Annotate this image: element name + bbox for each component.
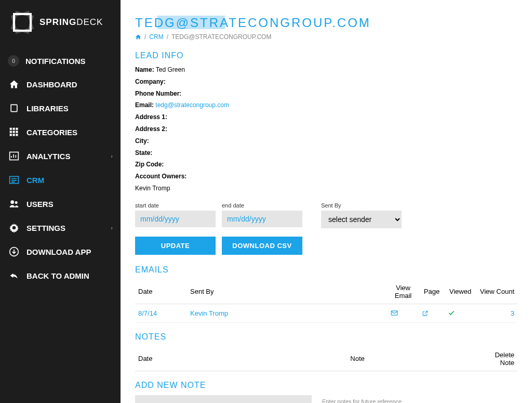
book-icon	[8, 102, 20, 114]
svg-rect-5	[16, 131, 18, 133]
nav-notifications[interactable]: 0 NOTIFICATIONS	[0, 49, 121, 72]
users-icon	[8, 198, 20, 210]
page-title: TEDG@STRATECONGROUP.COM	[135, 16, 517, 30]
nav-analytics[interactable]: ANALYTICS ›	[0, 144, 121, 168]
col-note-date: Date	[135, 347, 229, 371]
label-addr1: Address 1:	[135, 113, 167, 121]
col-page: Page	[419, 280, 445, 304]
label-addr2: Address 2:	[135, 125, 167, 133]
label-zip: Zip Code:	[135, 161, 164, 168]
external-link-icon[interactable]	[422, 310, 442, 317]
logo-icon	[8, 8, 36, 36]
col-viewemail: View Email	[388, 280, 419, 304]
note-textarea[interactable]	[135, 395, 312, 403]
lead-info: Name: Ted Green Company: Phone Number: E…	[135, 66, 517, 193]
note-hint: Enter notes for future reference.	[322, 395, 403, 403]
label-company: Company:	[135, 78, 166, 85]
nav-categories[interactable]: CATEGORIES	[0, 120, 121, 144]
nav-label: SETTINGS	[26, 224, 111, 232]
svg-point-11	[10, 200, 14, 204]
nav-label: DASHBOARD	[26, 80, 113, 89]
viewcount-link[interactable]: 3	[511, 309, 514, 317]
value-owner: Kevin Tromp	[135, 185, 170, 192]
nav-label: NOTIFICATIONS	[25, 57, 113, 66]
brand-name: SPRINGDECK	[39, 17, 103, 28]
nav-label: ANALYTICS	[26, 152, 111, 161]
brand-logo[interactable]: SPRINGDECK	[0, 8, 121, 49]
label-email: Email:	[135, 101, 154, 109]
nav-settings[interactable]: SETTINGS ›	[0, 216, 121, 240]
start-date-input[interactable]	[135, 211, 216, 227]
gear-icon	[8, 222, 20, 234]
start-date-label: start date	[135, 202, 216, 209]
breadcrumb-crm[interactable]: CRM	[149, 33, 163, 41]
email-sender-link[interactable]: Kevin Tromp	[190, 309, 228, 317]
label-city: City:	[135, 137, 149, 145]
addnote-title: ADD NEW NOTE	[135, 381, 517, 390]
nav-label: CATEGORIES	[26, 128, 113, 137]
label-state: State:	[135, 149, 152, 157]
nav-label: CRM	[26, 176, 113, 185]
nav-back-admin[interactable]: BACK TO ADMIN	[0, 264, 121, 288]
check-icon	[448, 309, 473, 317]
breadcrumb-sep: /	[144, 33, 146, 41]
breadcrumb-current: TEDG@STRATECONGROUP.COM	[171, 33, 271, 41]
col-sentby: Sent By	[187, 280, 388, 304]
download-icon	[8, 245, 20, 258]
col-viewcount: View Count	[476, 280, 517, 304]
nav-label: LIBRARIES	[26, 104, 113, 113]
email-date-link[interactable]: 8/7/14	[138, 309, 157, 317]
nav-label: USERS	[26, 200, 113, 209]
svg-rect-0	[10, 128, 12, 130]
svg-point-12	[15, 201, 18, 204]
nav-label: BACK TO ADMIN	[26, 271, 113, 280]
end-date-input[interactable]	[222, 211, 302, 227]
col-delete: Delete Note	[486, 347, 517, 371]
svg-rect-6	[10, 134, 12, 136]
nav-download[interactable]: DOWNLOAD APP	[0, 240, 121, 264]
emails-table: Date Sent By View Email Page Viewed View…	[135, 280, 517, 323]
nav-list: 0 NOTIFICATIONS DASHBOARD LIBRARIES CATE…	[0, 49, 121, 288]
svg-point-14	[12, 226, 16, 230]
notes-title: NOTES	[135, 332, 517, 342]
sentby-label: Sent By	[321, 202, 402, 209]
filter-row: start date end date Sent By select sende…	[135, 202, 517, 228]
reply-icon	[8, 269, 20, 282]
sentby-select[interactable]: select sender	[321, 211, 402, 228]
svg-rect-4	[13, 131, 15, 133]
filter-buttons: Update Download CSV	[135, 237, 517, 255]
nav-crm[interactable]: CRM	[0, 168, 121, 192]
nav-users[interactable]: USERS	[0, 192, 121, 216]
breadcrumb-home[interactable]	[135, 34, 141, 40]
nav-label: DOWNLOAD APP	[26, 248, 113, 256]
grid-icon	[8, 126, 20, 138]
svg-rect-3	[10, 131, 12, 133]
home-icon	[135, 34, 141, 40]
value-email[interactable]: tedg@stratecongroup.com	[155, 101, 229, 109]
chevron-right-icon: ›	[111, 153, 113, 159]
col-viewed: Viewed	[445, 280, 476, 304]
svg-rect-8	[16, 134, 18, 136]
list-icon	[8, 174, 20, 186]
breadcrumb: / CRM / TEDG@STRATECONGROUP.COM	[135, 33, 517, 41]
label-owners: Account Owners:	[135, 173, 187, 180]
svg-rect-2	[16, 128, 18, 130]
notes-table: Date Note Delete Note	[135, 347, 517, 371]
col-date: Date	[135, 280, 187, 304]
update-button[interactable]: Update	[135, 237, 216, 255]
nav-libraries[interactable]: LIBRARIES	[0, 96, 121, 120]
value-name: Ted Green	[156, 66, 185, 73]
note-area: Enter notes for future reference.	[135, 395, 517, 403]
barchart-icon	[8, 150, 20, 162]
svg-rect-1	[13, 128, 15, 130]
end-date-label: end date	[222, 202, 302, 209]
envelope-icon[interactable]	[391, 309, 416, 317]
svg-rect-7	[13, 134, 15, 136]
leadinfo-title: LEAD INFO	[135, 51, 517, 60]
notification-count-badge: 0	[8, 55, 19, 67]
sidebar: SPRINGDECK 0 NOTIFICATIONS DASHBOARD LIB…	[0, 0, 121, 403]
download-csv-button[interactable]: Download CSV	[222, 237, 302, 255]
nav-dashboard[interactable]: DASHBOARD	[0, 72, 121, 96]
col-note: Note	[229, 347, 486, 371]
chevron-right-icon: ›	[111, 225, 113, 231]
